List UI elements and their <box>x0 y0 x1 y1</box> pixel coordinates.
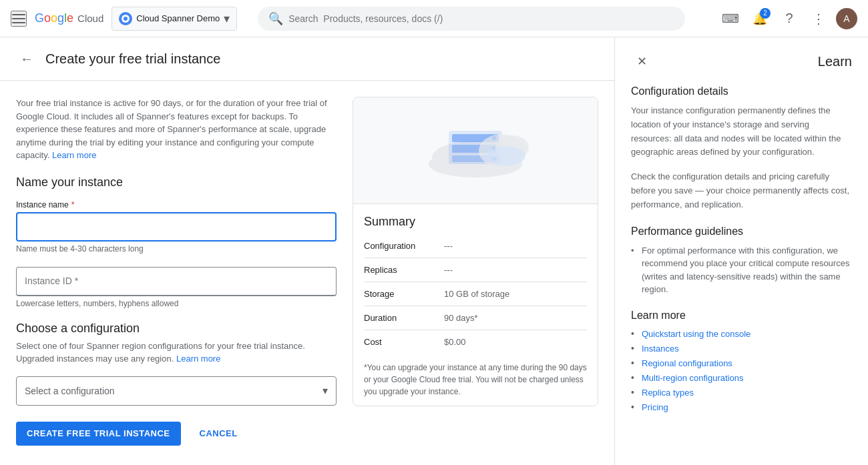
choose-config-desc-text: Select one of four Spanner region config… <box>16 341 305 364</box>
terminal-button[interactable]: ⌨ <box>718 7 742 31</box>
summary-row-value: --- <box>444 265 453 275</box>
learn-section: Configuration detailsYour instance confi… <box>631 85 852 212</box>
terminal-icon: ⌨ <box>722 11 739 26</box>
instance-id-hint: Lowercase letters, numbers, hyphens allo… <box>16 299 337 308</box>
list-item: Pricing <box>631 402 852 412</box>
intro-learn-more-link[interactable]: Learn more <box>52 150 96 160</box>
summary-table: Summary Configuration---Replicas---Stora… <box>353 204 598 406</box>
close-learn-panel-button[interactable]: ✕ <box>631 51 652 72</box>
summary-row-label: Replicas <box>364 265 444 275</box>
learn-section-title: Learn more <box>631 310 852 322</box>
list-item: For optimal performance with this config… <box>631 244 852 296</box>
help-button[interactable]: ? <box>777 7 801 31</box>
cloud-svg <box>409 111 542 191</box>
list-item: Replica types <box>631 387 852 398</box>
list-item: Instances <box>631 343 852 354</box>
learn-section-title: Performance guidelines <box>631 225 852 238</box>
summary-row-value: 90 days* <box>444 313 478 323</box>
back-button[interactable]: ← <box>16 48 37 69</box>
learn-panel: ✕ Learn Configuration detailsYour instan… <box>614 37 868 465</box>
svg-point-11 <box>485 146 525 166</box>
learn-more-link[interactable]: Regional configurations <box>642 358 732 368</box>
learn-more-link[interactable]: Instances <box>642 344 679 354</box>
search-icon: 🔍 <box>268 11 283 26</box>
summary-row-value: 10 GB of storage <box>444 289 509 299</box>
summary-row-value: --- <box>444 241 453 251</box>
search-input[interactable] <box>288 13 674 24</box>
chevron-down-icon: ▾ <box>224 11 230 26</box>
google-cloud-logo: Google Cloud <box>35 11 103 25</box>
page-title: Create your free trial instance <box>45 51 220 67</box>
summary-row-label: Storage <box>364 289 444 299</box>
instance-id-field-group: Lowercase letters, numbers, hyphens allo… <box>16 267 337 308</box>
summary-illustration <box>353 97 598 204</box>
page-header: ← Create your free trial instance <box>0 37 614 81</box>
project-selector[interactable]: Cloud Spanner Demo ▾ <box>112 7 237 31</box>
summary-row-label: Configuration <box>364 241 444 251</box>
project-icon <box>119 12 132 25</box>
notification-count: 2 <box>760 8 771 19</box>
learn-more-link[interactable]: Multi-region configurations <box>642 373 743 383</box>
config-select-dropdown[interactable]: Select a configuration ▾ Select a config… <box>16 376 337 406</box>
form-left: Your free trial instance is active for 9… <box>16 97 337 449</box>
learn-more-link[interactable]: Replica types <box>642 388 694 398</box>
form-right: Summary Configuration---Replicas---Stora… <box>353 97 598 449</box>
menu-button[interactable] <box>11 11 27 27</box>
form-content: Your free trial instance is active for 9… <box>0 81 614 465</box>
summary-rows: Configuration---Replicas---Storage10 GB … <box>364 234 587 354</box>
choose-config-title: Choose a configuration <box>16 322 337 336</box>
name-section-title: Name your instance <box>16 175 337 189</box>
help-icon: ? <box>785 11 793 26</box>
notifications-button[interactable]: 🔔 2 <box>748 7 772 31</box>
learn-more-link[interactable]: Pricing <box>642 402 668 412</box>
summary-row: Cost$0.00 <box>364 330 587 354</box>
avatar[interactable]: A <box>836 8 857 29</box>
summary-row: Configuration--- <box>364 234 587 258</box>
google-logo-text: Google <box>35 11 73 25</box>
learn-section: Learn moreQuickstart using the consoleIn… <box>631 310 852 412</box>
learn-sections: Configuration detailsYour instance confi… <box>631 85 852 412</box>
create-free-trial-button[interactable]: CREATE FREE TRIAL INSTANCE <box>16 422 181 446</box>
learn-section-text: Check the configuration details and pric… <box>631 170 852 211</box>
main-layout: ← Create your free trial instance Your f… <box>0 37 868 465</box>
top-navigation: Google Cloud Cloud Spanner Demo ▾ 🔍 ⌨ 🔔 … <box>0 0 868 37</box>
list-item: Quickstart using the console <box>631 328 852 339</box>
instance-name-field-group: Instance name * Name must be 4-30 charac… <box>16 200 337 254</box>
intro-text: Your free trial instance is active for 9… <box>16 97 337 162</box>
learn-more-links: Quickstart using the consoleInstancesReg… <box>631 328 852 412</box>
learn-section-list: For optimal performance with this config… <box>631 244 852 296</box>
summary-row-label: Duration <box>364 313 444 323</box>
summary-row-value: $0.00 <box>444 337 466 347</box>
back-arrow-icon: ← <box>20 51 33 67</box>
learn-section-text: Your instance configuration permanently … <box>631 104 852 159</box>
summary-row: Replicas--- <box>364 258 587 282</box>
action-buttons: CREATE FREE TRIAL INSTANCE CANCEL <box>16 422 337 446</box>
list-item: Regional configurations <box>631 358 852 368</box>
nav-left: Google Cloud Cloud Spanner Demo ▾ <box>11 7 237 31</box>
learn-header: ✕ Learn <box>631 51 852 72</box>
instance-name-label-row: Instance name * <box>16 200 337 209</box>
summary-card: Summary Configuration---Replicas---Stora… <box>353 97 598 406</box>
nav-right: ⌨ 🔔 2 ? ⋮ A <box>718 7 857 31</box>
instance-name-input[interactable] <box>16 212 337 242</box>
project-name: Cloud Spanner Demo <box>136 13 220 23</box>
learn-more-link[interactable]: Quickstart using the console <box>642 329 750 339</box>
learn-section-title: Configuration details <box>631 85 852 97</box>
choose-config-learn-more-link[interactable]: Learn more <box>176 354 220 364</box>
cloud-label: Cloud <box>77 13 103 24</box>
content-area: ← Create your free trial instance Your f… <box>0 37 614 465</box>
summary-row-label: Cost <box>364 337 444 347</box>
choose-config-desc: Select one of four Spanner region config… <box>16 340 337 366</box>
list-item: Multi-region configurations <box>631 372 852 383</box>
more-options-button[interactable]: ⋮ <box>807 7 831 31</box>
instance-name-label: Instance name <box>16 200 69 209</box>
instance-name-hint: Name must be 4-30 characters long <box>16 244 337 254</box>
summary-row: Storage10 GB of storage <box>364 282 587 306</box>
summary-title: Summary <box>364 204 587 234</box>
summary-row: Duration90 days* <box>364 306 587 330</box>
instance-id-input[interactable] <box>16 267 337 296</box>
summary-note: *You can upgrade your instance at any ti… <box>364 354 587 406</box>
cancel-button[interactable]: CANCEL <box>189 422 248 446</box>
search-bar[interactable]: 🔍 <box>258 7 685 31</box>
learn-title: Learn <box>818 54 852 69</box>
